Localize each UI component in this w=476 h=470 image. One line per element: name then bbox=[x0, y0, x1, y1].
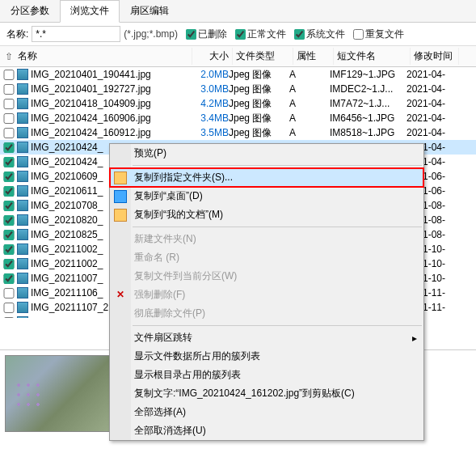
row-checkbox[interactable] bbox=[3, 288, 15, 299]
row-checkbox[interactable] bbox=[3, 142, 15, 153]
row-checkbox[interactable] bbox=[3, 157, 15, 167]
row-checkbox[interactable] bbox=[3, 273, 15, 284]
file-date: 2021-04- bbox=[406, 83, 455, 95]
file-size: 3.0MB bbox=[188, 83, 229, 95]
chk-dup[interactable] bbox=[353, 29, 364, 40]
menu-copy-docs[interactable]: 复制到“我的文档”(M) bbox=[110, 205, 423, 224]
menu-cluster-list[interactable]: 显示文件数据所占用的簇列表 bbox=[110, 347, 423, 366]
menu-copy-desktop[interactable]: 复制到“桌面”(D) bbox=[110, 187, 423, 205]
name-pattern-input[interactable] bbox=[32, 26, 120, 42]
row-checkbox[interactable] bbox=[3, 84, 15, 95]
image-file-icon bbox=[17, 156, 28, 167]
image-file-icon bbox=[17, 112, 28, 124]
file-type: Jpeg 图像 bbox=[229, 83, 289, 96]
menu-copy-text[interactable]: 复制文字:“IMG_20210424_161202.jpg”到剪贴板(C) bbox=[110, 384, 423, 403]
menu-copy-to-folder[interactable]: 复制到指定文件夹(S)... bbox=[110, 168, 423, 187]
file-attr: A bbox=[289, 98, 330, 109]
chk-deleted-label: 已删除 bbox=[198, 28, 227, 41]
table-row[interactable]: IMG_20210401_192727.jpg3.0MBJpeg 图像AIMDE… bbox=[0, 82, 476, 96]
table-row[interactable]: IMG_20210424_160906.jpg3.4MBJpeg 图像AIM64… bbox=[0, 111, 476, 125]
file-shortname: IM6456~1.JPG bbox=[330, 112, 406, 124]
image-file-icon bbox=[17, 200, 28, 211]
file-name: IMG_20210424_160906.jpg bbox=[31, 112, 188, 124]
file-attr: A bbox=[289, 112, 330, 124]
image-file-icon bbox=[17, 214, 28, 226]
menu-new-folder: 新建文件夹(N) bbox=[110, 230, 423, 248]
image-file-icon bbox=[17, 185, 28, 197]
col-type[interactable]: 文件类型 bbox=[233, 48, 293, 65]
image-file-icon bbox=[17, 316, 28, 318]
file-date: 2021-04- bbox=[406, 69, 455, 80]
filter-bar: 名称: (*.jpg;*.bmp) 已删除 正常文件 系统文件 重复文件 bbox=[0, 23, 476, 46]
row-checkbox[interactable] bbox=[3, 259, 15, 269]
up-icon[interactable]: ⇧ bbox=[3, 51, 15, 62]
row-checkbox[interactable] bbox=[3, 128, 15, 138]
row-checkbox[interactable] bbox=[3, 113, 15, 124]
ext-hint: (*.jpg;*.bmp) bbox=[124, 28, 178, 40]
table-row[interactable]: IMG_20210418_104909.jpg4.2MBJpeg 图像AIM7A… bbox=[0, 96, 476, 111]
tab-sector-edit[interactable]: 扇区编辑 bbox=[120, 0, 179, 22]
image-file-icon bbox=[17, 273, 28, 284]
file-date: 2021-04- bbox=[406, 127, 455, 138]
file-date: 2021-04- bbox=[406, 112, 455, 124]
row-checkbox[interactable] bbox=[3, 230, 15, 240]
row-checkbox[interactable] bbox=[3, 70, 15, 80]
file-type: Jpeg 图像 bbox=[229, 97, 289, 111]
chk-dup-label: 重复文件 bbox=[365, 28, 404, 41]
row-checkbox[interactable] bbox=[3, 244, 15, 255]
chk-deleted[interactable] bbox=[186, 29, 196, 40]
file-size: 4.2MB bbox=[188, 98, 229, 109]
menu-preview[interactable]: 预览(P) bbox=[110, 144, 423, 163]
file-date: 2021-04- bbox=[406, 98, 455, 109]
file-shortname: IM8518~1.JPG bbox=[330, 127, 406, 138]
table-row[interactable]: IMG_20210401_190441.jpg2.0MBJpeg 图像AIMF1… bbox=[0, 67, 476, 82]
image-file-icon bbox=[17, 171, 28, 182]
file-attr: A bbox=[289, 83, 330, 95]
menu-force-delete: ✕ 强制删除(F) bbox=[110, 286, 423, 304]
table-row[interactable]: IMG_20210424_160912.jpg3.5MBJpeg 图像AIM85… bbox=[0, 125, 476, 140]
menu-root-cluster-list[interactable]: 显示根目录占用的簇列表 bbox=[110, 366, 423, 384]
menu-sector-jump[interactable]: 文件扇区跳转▸ bbox=[110, 328, 423, 347]
name-label: 名称: bbox=[6, 28, 28, 41]
chk-normal-label: 正常文件 bbox=[247, 28, 286, 41]
menu-copy-to-partition: 复制文件到当前分区(W) bbox=[110, 267, 423, 286]
image-preview-pane bbox=[0, 350, 121, 470]
col-name[interactable]: 名称 bbox=[15, 48, 192, 65]
image-file-icon bbox=[17, 142, 28, 153]
image-file-icon bbox=[17, 69, 28, 80]
documents-icon bbox=[114, 209, 127, 222]
row-checkbox[interactable] bbox=[3, 186, 15, 197]
folder-icon bbox=[114, 171, 127, 184]
delete-icon: ✕ bbox=[114, 289, 127, 302]
image-file-icon bbox=[17, 127, 28, 138]
col-size[interactable]: 大小 bbox=[192, 48, 233, 65]
file-size: 3.5MB bbox=[188, 127, 229, 138]
menu-permanent-delete: 彻底删除文件(P) bbox=[110, 304, 423, 323]
row-checkbox[interactable] bbox=[3, 303, 15, 313]
desktop-icon bbox=[114, 190, 127, 203]
row-checkbox[interactable] bbox=[3, 215, 15, 226]
file-shortname: IMDEC2~1.J... bbox=[330, 83, 406, 95]
menu-select-all[interactable]: 全部选择(A) bbox=[110, 403, 423, 421]
chk-system-label: 系统文件 bbox=[306, 28, 345, 41]
col-date[interactable]: 修改时间 bbox=[411, 48, 459, 65]
row-checkbox[interactable] bbox=[3, 201, 15, 211]
chk-normal[interactable] bbox=[235, 29, 246, 40]
col-short[interactable]: 短文件名 bbox=[334, 48, 411, 65]
image-file-icon bbox=[17, 229, 28, 240]
file-attr: A bbox=[289, 127, 330, 138]
file-shortname: IMF129~1.JPG bbox=[330, 69, 406, 80]
chk-system[interactable] bbox=[294, 29, 305, 40]
tab-browse-files[interactable]: 浏览文件 bbox=[60, 0, 120, 23]
file-name: IMG_20210418_104909.jpg bbox=[31, 98, 188, 109]
main-tabs: 分区参数 浏览文件 扇区编辑 bbox=[0, 0, 476, 23]
tab-partition-params[interactable]: 分区参数 bbox=[0, 0, 60, 22]
file-name: IMG_20210401_190441.jpg bbox=[31, 69, 188, 80]
row-checkbox[interactable] bbox=[3, 99, 15, 109]
file-name: IMG_20210401_192727.jpg bbox=[31, 83, 188, 95]
file-shortname: IM7A72~1.J... bbox=[330, 98, 406, 109]
menu-deselect-all[interactable]: 全部取消选择(U) bbox=[110, 421, 423, 440]
row-checkbox[interactable] bbox=[3, 317, 15, 319]
row-checkbox[interactable] bbox=[3, 171, 15, 182]
col-attr[interactable]: 属性 bbox=[293, 48, 334, 65]
